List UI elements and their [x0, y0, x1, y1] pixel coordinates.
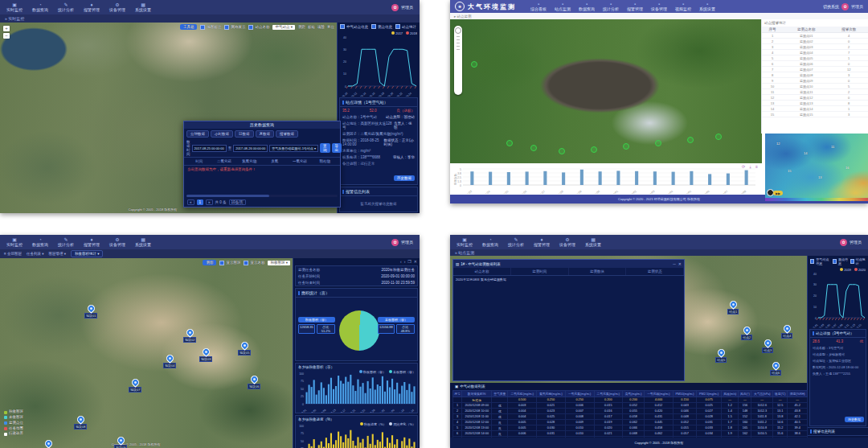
- map-check[interactable]: 显示图斑: [219, 261, 240, 265]
- map-marker[interactable]: 地块07: [129, 379, 141, 393]
- history-data-button[interactable]: 历史数据: [394, 175, 415, 181]
- layer-select[interactable]: 秋收图斑 ▾: [268, 261, 290, 265]
- forecast-timeline-button[interactable]: ▶▶: [773, 191, 783, 195]
- map-link[interactable]: 清除: [317, 25, 325, 29]
- map-tool-button[interactable]: 工具箱: [180, 24, 198, 30]
- station-marker[interactable]: [530, 145, 537, 151]
- station-marker[interactable]: [687, 137, 694, 143]
- nav-item[interactable]: ▣实时监控: [457, 237, 473, 247]
- nav-item[interactable]: ▪数据查询: [579, 2, 595, 11]
- nav-item[interactable]: ▪站点监测: [555, 2, 571, 11]
- station-select[interactable]: 空气站点 ▾: [272, 25, 295, 30]
- nav-item[interactable]: ▪设备管理: [651, 2, 667, 11]
- layer-tab[interactable]: 图层管理 ▾: [48, 252, 66, 256]
- popup-hscrollbar[interactable]: [186, 195, 338, 197]
- map-marker[interactable]: 站点5: [715, 349, 727, 363]
- nav-item[interactable]: ▪视频监控: [675, 2, 691, 11]
- nav-item[interactable]: ◔数据查询: [32, 2, 48, 12]
- map-marker[interactable]: 地块06: [248, 376, 260, 389]
- nav-item[interactable]: ♦报警管理: [84, 2, 100, 12]
- nav-item[interactable]: ▦系统设置: [585, 237, 601, 247]
- station-marker[interactable]: [506, 140, 513, 146]
- window-control-icon[interactable]: ✕: [414, 259, 417, 264]
- popup-tab[interactable]: 小时数据: [211, 130, 233, 138]
- map-check[interactable]: 网格展示: [224, 25, 245, 30]
- station-marker[interactable]: [623, 143, 629, 150]
- map-marker[interactable]: 站点6: [770, 362, 781, 376]
- nav-item[interactable]: ◔数据查询: [482, 237, 498, 247]
- nav-item[interactable]: ♦报警管理: [534, 237, 550, 247]
- nav-item[interactable]: ▪综合看板: [530, 2, 547, 11]
- nav-item[interactable]: ⚙设备管理: [109, 2, 125, 12]
- station-marker[interactable]: [559, 148, 565, 154]
- user-avatar[interactable]: ✿管理员: [391, 4, 413, 11]
- layer-check[interactable]: 空气站点信息: [340, 24, 368, 29]
- popup-station-select[interactable]: 空气质量自动监测站-1号站点 ▾: [269, 145, 318, 152]
- nav-item[interactable]: ✎统计分析: [58, 2, 74, 12]
- zoom-in-button[interactable]: +: [3, 26, 10, 31]
- map-link[interactable]: 复位: [327, 25, 334, 29]
- nav-item[interactable]: ✎统计分析: [508, 237, 524, 247]
- popup-tab[interactable]: 日数据: [235, 130, 254, 138]
- layer-check[interactable]: 测点信息: [371, 24, 392, 29]
- nav-item[interactable]: ▣实时监控: [6, 237, 23, 247]
- active-tab[interactable]: 秋收面积统计 ▾: [71, 250, 104, 257]
- prev-page-button[interactable]: «: [187, 199, 194, 205]
- satellite-map[interactable]: [450, 19, 762, 163]
- map-link[interactable]: 标绘: [308, 25, 315, 29]
- minimize-icon[interactable]: ─: [673, 261, 676, 266]
- station-marker[interactable]: [471, 61, 477, 68]
- map-check[interactable]: 站点名称: [248, 25, 269, 30]
- nav-item[interactable]: ▪统计分析: [603, 2, 619, 11]
- nav-item[interactable]: ⚙设备管理: [109, 237, 125, 247]
- current-page[interactable]: 1: [197, 199, 204, 205]
- window-control-icon[interactable]: ‹: [400, 259, 402, 264]
- map-marker[interactable]: 地块03: [199, 348, 212, 362]
- close-icon[interactable]: ✕: [678, 261, 682, 266]
- alarm-stat-table[interactable]: 序号监测点名称报警次数1监测点0142监测点0203监测点0324监测点0475…: [762, 27, 868, 117]
- popup-tab[interactable]: 分钟数据: [186, 130, 209, 138]
- map-marker[interactable]: 站点4: [781, 325, 792, 339]
- query-button[interactable]: 查询: [320, 143, 330, 153]
- map-marker[interactable]: 站点3: [762, 339, 773, 353]
- map-marker[interactable]: 地块09: [114, 437, 127, 448]
- nav-item[interactable]: ▪系统设置: [699, 2, 715, 11]
- map-marker[interactable]: 站点1: [727, 301, 739, 314]
- date-to-input[interactable]: 2017-08-26 00:00:00: [233, 145, 268, 152]
- user-avatar[interactable]: ✿管理员: [391, 239, 413, 246]
- satellite-map[interactable]: 测面 显示图斑显示名称 秋收图斑 ▾ 地块01 地块02 地块03 地块04 地…: [0, 258, 293, 448]
- station-marker[interactable]: [591, 146, 597, 153]
- layer-tab[interactable]: 任务列表 ▾: [27, 252, 44, 256]
- user-avatar[interactable]: ✿管理员: [840, 239, 862, 246]
- nav-item[interactable]: ▦系统设置: [135, 2, 151, 12]
- map-marker[interactable]: 地块01: [84, 305, 97, 319]
- next-page-button[interactable]: »: [206, 199, 213, 205]
- nav-item[interactable]: ▦系统设置: [135, 237, 151, 247]
- map-marker[interactable]: 地块04: [163, 355, 176, 368]
- weather-forecast-map[interactable]: 12 14 11 15 13 16 ▶▶: [765, 134, 868, 201]
- map-marker[interactable]: 地块10: [42, 440, 55, 448]
- map-tool-button[interactable]: 测面: [203, 260, 216, 265]
- map-check[interactable]: 地图标注: [200, 25, 221, 30]
- switch-system-link[interactable]: 切换系统: [823, 4, 839, 9]
- map-check[interactable]: 显示名称: [244, 261, 264, 265]
- nav-item[interactable]: ◔数据查询: [32, 237, 48, 247]
- nav-item[interactable]: ▣实时监控: [6, 2, 23, 12]
- map-marker[interactable]: 地块08: [74, 416, 87, 430]
- map-vertical-toolbar[interactable]: [454, 26, 462, 95]
- zoom-out-button[interactable]: −: [3, 33, 10, 39]
- nav-item[interactable]: ⚙设备管理: [559, 237, 575, 247]
- map-marker[interactable]: 地块05: [238, 342, 251, 356]
- nav-item[interactable]: ♦报警管理: [84, 237, 100, 247]
- layer-check[interactable]: 站点统计: [850, 257, 866, 265]
- layer-check[interactable]: 站点统计: [395, 24, 416, 29]
- station-marker[interactable]: [655, 140, 661, 146]
- layer-check[interactable]: 测点信息: [833, 257, 849, 265]
- popup-tab[interactable]: 月数据: [256, 130, 275, 138]
- window-control-icon[interactable]: ›: [404, 259, 406, 264]
- date-from-input[interactable]: 2017-08-25 00:00:00: [192, 145, 227, 152]
- popup-tab[interactable]: 报警数据: [276, 130, 298, 138]
- map-marker[interactable]: 地块02: [183, 329, 196, 343]
- window-control-icon[interactable]: ❐: [407, 259, 411, 264]
- page-size-select[interactable]: 10条/页: [229, 199, 246, 205]
